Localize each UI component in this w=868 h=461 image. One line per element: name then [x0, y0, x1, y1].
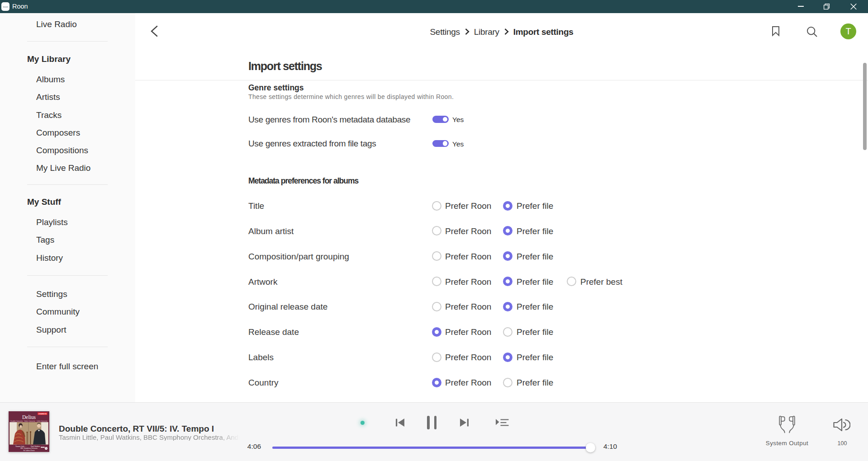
- svg-text:Sir Andrew Davis: Sir Andrew Davis: [23, 450, 35, 452]
- svg-text:CHANDOS: CHANDOS: [38, 413, 47, 415]
- svg-text:Paul Watkins vc: Paul Watkins vc: [31, 446, 42, 447]
- svg-text:Double Concerto · Violin Conce: Double Concerto · Violin Concerto · Cell…: [10, 420, 47, 422]
- svg-text:Tasmin Little vn: Tasmin Little vn: [15, 446, 27, 447]
- svg-text:Delius: Delius: [22, 414, 36, 420]
- svg-text:50: 50: [45, 447, 47, 449]
